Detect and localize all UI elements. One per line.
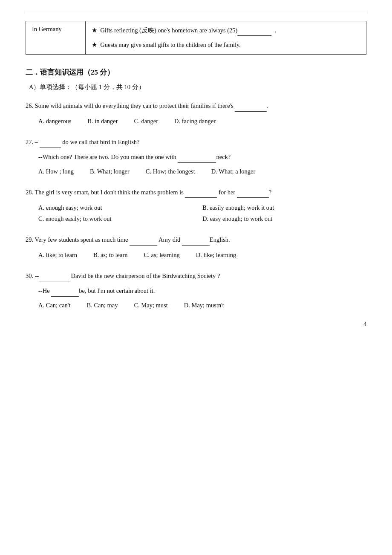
option-30-c: C. May; must [134,300,167,311]
subsection-a-title: A）单项选择：（每小题 1 分，共 10 分） [29,83,366,91]
option-26-a: A. dangerous [38,116,71,127]
germany-table: In Germany ★ Gifts reflecting (反映) one's… [26,21,366,55]
option-29-b: B. as; to learn [93,250,128,260]
content-cell: ★ Gifts reflecting (反映) one's hometown a… [86,21,366,55]
question-30-sub: --He be, but I'm not certain about it. [38,286,366,297]
info-table-section: In Germany ★ Gifts reflecting (反映) one's… [26,21,366,55]
option-27-a: A. How ; long [38,166,74,177]
option-28-b: B. easily enough; work it out [202,202,355,213]
option-29-c: C. as; learning [144,250,180,260]
option-27-b: B. What; longer [90,166,130,177]
question-27-text: 27. – do we call that bird in English? [26,137,366,148]
question-28: 28. The girl is very smart, but I don't … [26,187,366,225]
question-30-options: A. Can; can't B. Can; may C. May; must D… [38,300,366,311]
page-number: 4 [26,321,366,328]
option-26-b: B. in danger [87,116,118,127]
location-cell: In Germany [26,21,86,55]
option-29-d: D. like; learning [196,250,236,260]
blank-27b [178,152,216,163]
blank-27a [40,137,61,148]
question-27-sub: --Which one? There are two. Do you mean … [38,152,366,163]
section2-title: 二．语言知识运用（25 分） [26,67,366,77]
blank-28a [185,187,217,198]
option-30-a: A. Can; can't [38,300,71,311]
blank-28b [237,187,269,198]
blank-30b [51,286,79,297]
question-30-text: 30. -- David be the new chairperson of t… [26,271,366,282]
option-29-a: A. like; to learn [38,250,77,260]
blank-26 [235,101,267,112]
question-30: 30. -- David be the new chairperson of t… [26,271,366,311]
option-27-c: C. How; the longest [146,166,195,177]
option-28-d: D. easy enough; to work out [202,213,355,224]
question-26-options: A. dangerous B. in danger C. danger D. f… [38,116,366,127]
question-29-options: A. like; to learn B. as; to learn C. as;… [38,250,366,260]
table-row: In Germany ★ Gifts reflecting (反映) one's… [26,21,366,55]
option-28-c: C. enough easily; to work out [38,213,190,224]
blank-29b [182,234,210,246]
question-28-options: A. enough easy; work out B. easily enoug… [38,202,366,224]
question-27: 27. – do we call that bird in English? -… [26,137,366,177]
question-26-text: 26. Some wild animals will do everything… [26,101,366,112]
option-28-a: A. enough easy; work out [38,202,190,213]
question-27-options: A. How ; long B. What; longer C. How; th… [38,166,366,177]
question-29: 29. Very few students spent as much time… [26,234,366,260]
blank-30a [39,271,71,282]
star-item-1: ★ Gifts reflecting (反映) one's hometown a… [92,26,360,36]
option-26-c: C. danger [134,116,158,127]
option-27-d: D. What; a longer [211,166,256,177]
question-28-text: 28. The girl is very smart, but I don't … [26,187,366,198]
blank-29a [130,234,157,246]
option-30-b: B. Can; may [87,300,118,311]
question-29-text: 29. Very few students spent as much time… [26,234,366,246]
top-divider [26,13,366,13]
option-26-d: D. facing danger [174,116,216,127]
star-item-2: ★ Guests may give small gifts to the chi… [92,40,360,50]
blank-25 [237,26,271,36]
option-30-d: D. May; mustn't [184,300,224,311]
question-26: 26. Some wild animals will do everything… [26,101,366,126]
